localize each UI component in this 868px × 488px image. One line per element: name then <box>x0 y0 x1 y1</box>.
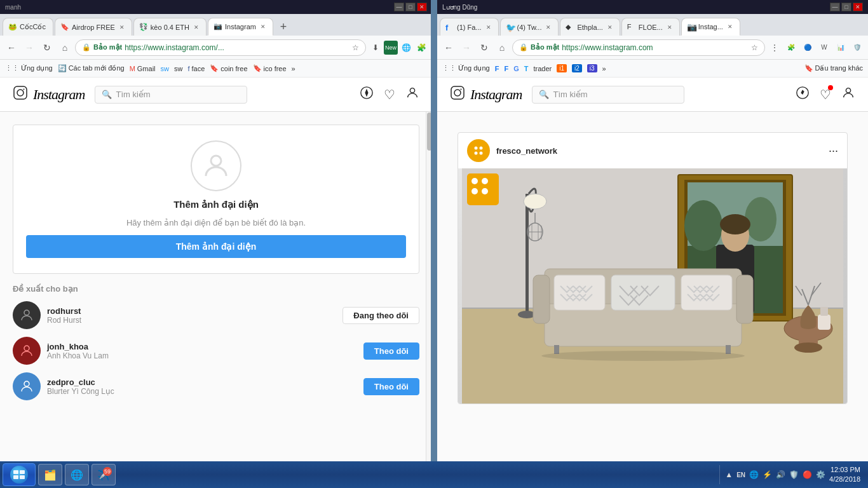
fb-icon-right: F <box>495 65 499 72</box>
tab-floe-close[interactable]: ✕ <box>665 23 674 32</box>
translate-btn-left[interactable]: 🌐 <box>399 41 413 55</box>
tab-airdrop[interactable]: 🔖 Airdrop FREE ✕ <box>55 18 132 36</box>
maximize-btn-left[interactable]: □ <box>405 3 416 11</box>
tray-misc1[interactable]: ⚙️ <box>816 470 825 479</box>
reload-btn-left[interactable]: ↻ <box>39 40 55 55</box>
person-icon-right[interactable] <box>841 86 855 103</box>
bookmark-face[interactable]: f face <box>187 65 205 72</box>
title-bar-right-content: Lương Dũng <box>442 4 477 11</box>
tray-en[interactable]: EN <box>736 471 745 478</box>
back-btn-left[interactable]: ← <box>4 40 19 55</box>
back-btn-right[interactable]: ← <box>441 40 456 55</box>
add-photo-btn[interactable]: Thêm ảnh đại diện <box>26 235 406 258</box>
bookmark-f2-right[interactable]: F <box>504 65 508 72</box>
close-btn-right[interactable]: ✕ <box>853 3 863 11</box>
url-bar-right[interactable]: 🔒 Bảo mật https://www.instagram.com ☆ <box>512 39 765 56</box>
bookmark-more-left[interactable]: » <box>292 65 295 72</box>
page-content-right: Instagram 🔍 Tìm kiếm ♡ <box>437 78 868 488</box>
svg-rect-77 <box>13 470 18 474</box>
title-bar-right: Lương Dũng — □ ✕ <box>437 0 868 14</box>
extensions-3-right[interactable]: W <box>817 41 831 55</box>
taskbar-explorer[interactable]: 🗂️ <box>38 464 62 485</box>
tab-eth-close[interactable]: ✕ <box>606 23 614 32</box>
system-clock[interactable]: 12:03 PM 4/28/2018 <box>829 465 860 485</box>
url-text-right: https://www.instagram.com <box>562 43 749 52</box>
ig-search-box-right[interactable]: 🔍 Tìm kiếm <box>532 86 684 104</box>
settings-btn-right[interactable]: ⋮ <box>768 41 782 55</box>
tray-show-hidden[interactable]: ▲ <box>725 470 733 479</box>
bookmark-i1-right[interactable]: i1 <box>557 64 567 72</box>
tab-instagram-left-close[interactable]: ✕ <box>259 22 268 31</box>
home-btn-right[interactable]: ⌂ <box>494 40 510 55</box>
taskbar-chrome[interactable]: 🌐 <box>65 464 89 485</box>
bookmark-gmail[interactable]: M Gmail <box>130 65 156 72</box>
bookmark-t-right[interactable]: T <box>524 65 529 72</box>
taskbar-telegram[interactable]: ✈️59 <box>92 464 116 485</box>
person-icon-left[interactable] <box>405 86 419 103</box>
tray-antivirus[interactable]: 🔴 <box>803 470 812 479</box>
tray-network[interactable]: 🌐 <box>749 470 759 479</box>
bookmark-f-right[interactable]: F <box>495 65 499 72</box>
bookmark-newtab[interactable]: 🔄 Các tab mới đồng <box>58 64 125 72</box>
tab-airdrop-close[interactable]: ✕ <box>118 23 126 32</box>
tab-instagram-left[interactable]: 📷 Instagram ✕ <box>208 18 273 36</box>
tab-fb-close[interactable]: ✕ <box>484 23 493 32</box>
bookmark-star-left[interactable]: ☆ <box>352 43 359 52</box>
extensions-2-right[interactable]: 🔵 <box>801 41 815 55</box>
apps-label-right: Ứng dụng <box>458 64 490 72</box>
tab-keo-close[interactable]: ✕ <box>192 23 201 32</box>
bookmark-star-right[interactable]: ☆ <box>751 43 758 52</box>
tab-coccoc[interactable]: 🐸 CốcCốc <box>3 18 53 36</box>
url-bar-left[interactable]: 🔒 Bảo mật https://www.instagram.com/... … <box>75 39 366 56</box>
tray-power[interactable]: ⚡ <box>763 470 772 479</box>
new-tab-btn-left[interactable]: + <box>275 18 292 36</box>
tab-tw[interactable]: 🐦 (4) Tw... ✕ <box>500 18 559 36</box>
bookmark-i2-right[interactable]: i2 <box>572 64 582 72</box>
bookmark-other[interactable]: 🔖 Dấu trang khác <box>804 64 863 72</box>
forward-btn-right[interactable]: → <box>459 40 474 55</box>
heart-icon-left[interactable]: ♡ <box>384 87 395 102</box>
bookmark-more-right[interactable]: » <box>602 65 606 72</box>
home-btn-left[interactable]: ⌂ <box>57 40 72 55</box>
bookmark-apps[interactable]: ⋮⋮ Ứng dụng <box>5 64 53 72</box>
forward-btn-left[interactable]: → <box>22 40 37 55</box>
start-button[interactable] <box>3 463 36 486</box>
bookmark-i3-right[interactable]: i3 <box>587 64 597 72</box>
compass-icon-left[interactable] <box>360 86 374 103</box>
tab-keo[interactable]: 💱 kèo 0.4 ETH ✕ <box>133 18 207 36</box>
extensions-5-right[interactable]: 🛡️ <box>850 41 864 55</box>
bookmark-trader-right[interactable]: trader <box>533 65 552 72</box>
tab-ig-right[interactable]: 📷 Instag... ✕ <box>681 18 740 36</box>
bookmark-sw2[interactable]: sw <box>174 65 182 72</box>
download-btn-left[interactable]: ⬇ <box>369 41 383 55</box>
bookmark-apps-right[interactable]: ⋮⋮ Ứng dụng <box>442 64 490 72</box>
compass-icon-right[interactable] <box>796 86 810 103</box>
tab-floe[interactable]: F FLOE... ✕ <box>621 18 680 36</box>
tab-tw-favicon: 🐦 <box>506 23 515 32</box>
close-btn-left[interactable]: ✕ <box>417 3 427 11</box>
extensions-4-right[interactable]: 📊 <box>834 41 848 55</box>
bookmark-coinfree[interactable]: 🔖 coin free <box>210 64 247 72</box>
tab-eth[interactable]: ◆ Ethpla... ✕ <box>560 18 620 36</box>
svg-point-29 <box>745 197 776 241</box>
extensions-btn-left[interactable]: 🧩 <box>414 41 428 55</box>
ig-search-box-left[interactable]: 🔍 Tìm kiếm <box>95 86 247 104</box>
bookmark-icofree[interactable]: 🔖 ico free <box>253 64 287 72</box>
tray-shield[interactable]: 🛡️ <box>789 470 799 479</box>
tab-ig-right-close[interactable]: ✕ <box>726 22 735 31</box>
heart-icon-right[interactable]: ♡ <box>820 87 831 102</box>
maximize-btn-right[interactable]: □ <box>841 3 851 11</box>
tab-tw-close[interactable]: ✕ <box>544 23 553 32</box>
extensions-1-right[interactable]: 🧩 <box>784 41 798 55</box>
bookmark-g-right[interactable]: G <box>513 65 519 72</box>
minimize-btn-right[interactable]: — <box>830 3 840 11</box>
tray-volume[interactable]: 🔊 <box>776 470 785 479</box>
tab-fb[interactable]: f (1) Fa... ✕ <box>440 18 499 36</box>
reload-btn-right[interactable]: ↻ <box>477 40 492 55</box>
bookmark-sw1[interactable]: sw sw <box>161 65 169 72</box>
minimize-btn-left[interactable]: — <box>394 3 404 11</box>
follow-btn-jonh[interactable]: Theo dõi <box>363 342 419 360</box>
follow-btn-zed[interactable]: Theo dõi <box>363 378 419 395</box>
post-more-icon[interactable]: ··· <box>829 144 838 158</box>
following-btn-rodhurst[interactable]: Đang theo dõi <box>342 307 419 324</box>
